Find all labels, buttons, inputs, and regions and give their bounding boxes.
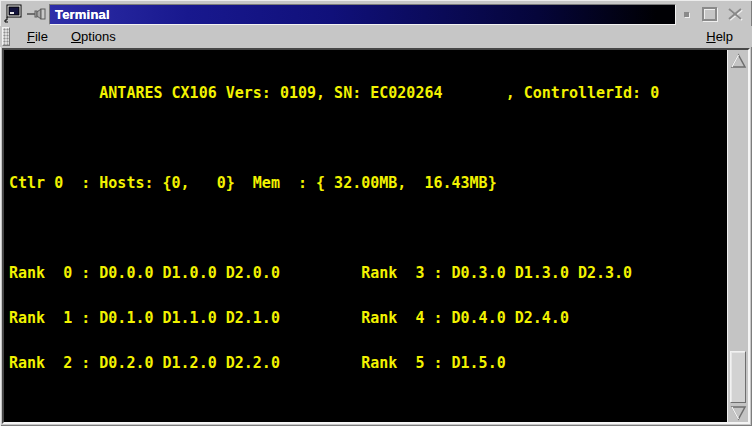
terminal-line: Ctlr 0 : Hosts: {0, 0} Mem : { 32.00MB, … (9, 176, 727, 191)
menubar-grip[interactable] (2, 27, 10, 46)
scroll-down-arrow-icon[interactable] (728, 403, 748, 422)
window-title: Terminal (55, 8, 110, 21)
terminal-frame: ANTARES CX106 Vers: 0109, SN: EC020264 ,… (2, 48, 750, 424)
terminal-line: Rank 2 : D0.2.0 D1.2.0 D2.2.0 Rank 5 : D… (9, 356, 727, 371)
vertical-scrollbar (727, 50, 748, 422)
menu-file[interactable]: File (27, 30, 48, 43)
scrollbar-thumb[interactable] (730, 351, 746, 403)
menubar: File Options Help (0, 26, 752, 47)
titlebar-row: Terminal (0, 0, 752, 26)
terminal-line (9, 401, 727, 416)
titlebar[interactable]: Terminal (49, 4, 676, 25)
window-controls (676, 3, 750, 25)
terminal-screen[interactable]: ANTARES CX106 Vers: 0109, SN: EC020264 ,… (4, 50, 727, 422)
terminal-line: Rank 0 : D0.0.0 D1.0.0 D2.0.0 Rank 3 : D… (9, 266, 727, 281)
menu-options[interactable]: Options (71, 30, 116, 43)
terminal-line: ANTARES CX106 Vers: 0109, SN: EC020264 ,… (9, 86, 727, 101)
minimize-button[interactable] (684, 12, 689, 17)
scroll-up-arrow-icon[interactable] (728, 50, 748, 71)
terminal-line (9, 221, 727, 236)
window-pin-icon[interactable] (27, 7, 47, 21)
menu-help[interactable]: Help (706, 30, 733, 43)
close-button[interactable] (726, 6, 744, 22)
terminal-app-icon[interactable] (4, 4, 24, 24)
maximize-button[interactable] (702, 7, 717, 21)
terminal-line (9, 131, 727, 146)
terminal-window: Terminal File Options Help ANTARES CX (0, 0, 752, 426)
terminal-line: Rank 1 : D0.1.0 D1.1.0 D2.1.0 Rank 4 : D… (9, 311, 727, 326)
scrollbar-trough[interactable] (728, 71, 748, 403)
